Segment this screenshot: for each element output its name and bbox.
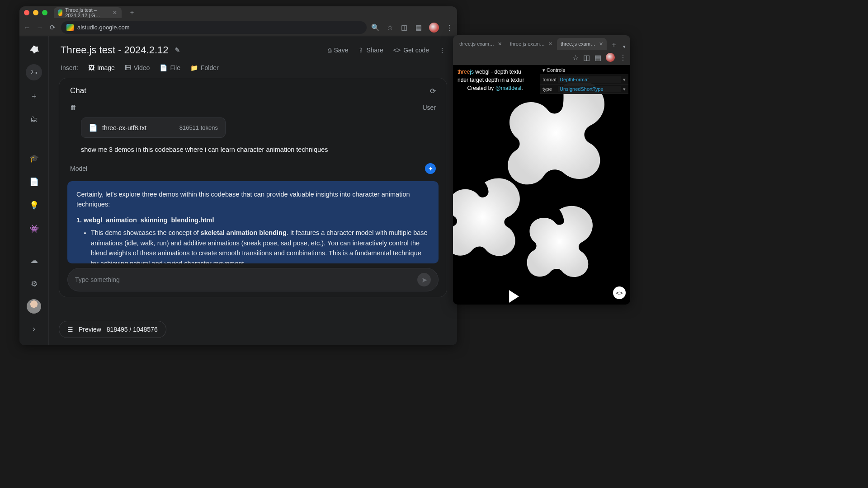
sidebar-collapse-icon[interactable]: › — [26, 321, 42, 337]
traffic-light-zoom[interactable] — [42, 10, 47, 15]
app-sidebar: 🗝 ＋ 🗂 🎓 📄 💡 👾 ☁︎ ⚙︎ › — [19, 36, 48, 345]
controls-header[interactable]: ▾ Controls — [540, 66, 628, 75]
attachment-chip[interactable]: 📄 three-ex-utf8.txt 816511 tokens — [81, 117, 226, 138]
tab-favicon — [58, 9, 62, 16]
save-icon: ⎙ — [328, 47, 331, 54]
tab-1[interactable]: three.js exam…✕ — [456, 38, 505, 50]
reload-icon[interactable]: ⟳ — [48, 23, 57, 32]
browser-tab[interactable]: Three.js test – 2024.2.12 | G… ✕ — [54, 7, 122, 18]
app-logo[interactable] — [28, 44, 40, 57]
delete-message-icon[interactable]: 🗑 — [70, 103, 77, 111]
edit-title-icon[interactable]: ✎ — [175, 46, 180, 54]
send-button[interactable]: ➤ — [417, 273, 431, 286]
dropdown-caret-icon: ▾ — [623, 77, 626, 83]
attachment-file-icon: 📄 — [89, 123, 98, 132]
sidepanel-icon[interactable]: ▤ — [415, 23, 423, 32]
insert-video[interactable]: 🎞Video — [125, 64, 150, 71]
preview-label: Preview — [79, 326, 101, 333]
forward-icon[interactable]: → — [36, 23, 44, 31]
page-header: Three.js test - 2024.2.12 ✎ ⎙Save ⇪Share… — [49, 36, 457, 60]
sidebar-user-avatar[interactable] — [27, 299, 41, 314]
dat-gui-panel[interactable]: ▾ Controls format DepthFormat ▾ type Uns… — [540, 66, 628, 94]
header-more-icon[interactable]: ⋮ — [439, 47, 445, 54]
tab-3-active[interactable]: three.js exam…✕ — [557, 38, 607, 50]
new-tab-button[interactable]: ＋ — [129, 9, 135, 17]
tab-close-icon[interactable]: ✕ — [498, 41, 502, 47]
sidebar-cloud-icon[interactable]: ☁︎ — [26, 252, 42, 268]
insert-toolbar: Insert: 🖼Image 🎞Video 📄File 📁Folder — [49, 60, 457, 78]
file-icon: 📄 — [160, 64, 167, 71]
user-row: 🗑 User — [67, 103, 439, 111]
get-code-button[interactable]: <>Get code — [393, 47, 429, 54]
chat-refresh-icon[interactable]: ⟳ — [430, 87, 436, 95]
sidebar-learn-icon[interactable]: 🎓 — [26, 150, 42, 166]
insert-folder[interactable]: 📁Folder — [190, 64, 219, 71]
threejs-viewport[interactable]: threejs webgl - depth textu nder target … — [453, 65, 630, 305]
tab-2[interactable]: three.js exam…✕ — [506, 38, 556, 50]
control-format[interactable]: format DepthFormat ▾ — [540, 75, 628, 84]
video-icon: 🎞 — [125, 64, 131, 71]
zoom-icon[interactable]: 🔍 — [371, 23, 379, 32]
response-intro: Certainly, let's explore three demos wit… — [76, 189, 429, 210]
url-text: aistudio.google.com — [77, 24, 130, 31]
profile-avatar[interactable] — [429, 23, 439, 33]
preview-lines-icon: ☰ — [67, 326, 73, 333]
tab-close-icon[interactable]: ✕ — [113, 9, 117, 16]
insert-file[interactable]: 📄File — [160, 64, 180, 71]
tab-strip: three.js exam…✕ three.js exam…✕ three.js… — [453, 35, 630, 50]
main-column: Three.js test - 2024.2.12 ✎ ⎙Save ⇪Share… — [48, 36, 457, 345]
bookmark-icon[interactable]: ☆ — [572, 53, 579, 62]
browser-menu-icon[interactable]: ⋮ — [619, 53, 627, 62]
tab-close-icon[interactable]: ✕ — [548, 41, 552, 47]
example-caption: threejs webgl - depth textu nder target … — [458, 68, 524, 93]
toolbar-right: 🔍 ☆ ◫ ▤ ⋮ — [371, 23, 453, 33]
bookmark-icon[interactable]: ☆ — [386, 23, 394, 32]
model-response: Certainly, let's explore three demos wit… — [67, 181, 439, 263]
user-label: User — [422, 104, 436, 111]
insert-label: Insert: — [61, 64, 78, 71]
sidebar-docs-icon[interactable]: 📄 — [26, 174, 42, 190]
extensions-icon[interactable]: ◫ — [583, 53, 590, 62]
sidebar-ideas-icon[interactable]: 💡 — [26, 197, 42, 213]
model-spark-icon[interactable]: ✦ — [425, 163, 436, 174]
mac-titlebar: Three.js test – 2024.2.12 | G… ✕ ＋ — [19, 6, 457, 19]
tab-list-button[interactable]: ▾ — [621, 44, 627, 50]
attachment-name: three-ex-utf8.txt — [102, 124, 146, 131]
depth-blobs — [453, 65, 630, 305]
back-icon[interactable]: ← — [23, 23, 31, 31]
chat-card: Chat ⟳ 🗑 User 📄 three-ex-utf8.txt 816511… — [59, 78, 447, 297]
share-button[interactable]: ⇪Share — [358, 47, 383, 54]
mini-toolbar: ☆ ◫ ▤ ⋮ — [453, 50, 630, 65]
folder-icon: 📁 — [190, 64, 198, 71]
main-browser-window: Three.js test – 2024.2.12 | G… ✕ ＋ ← → ⟳… — [19, 6, 457, 345]
share-icon: ⇪ — [358, 47, 363, 54]
sidebar-discord-icon[interactable]: 👾 — [26, 221, 42, 237]
sidebar-settings-icon[interactable]: ⚙︎ — [26, 276, 42, 292]
image-icon: 🖼 — [88, 64, 94, 71]
url-field[interactable]: aistudio.google.com — [61, 21, 367, 34]
traffic-light-minimize[interactable] — [33, 10, 38, 15]
preview-pill[interactable]: ☰ Preview 818495 / 1048576 — [59, 321, 166, 338]
sidebar-library-icon[interactable]: 🗂 — [26, 111, 42, 127]
sidebar-key-icon[interactable]: 🗝 — [26, 64, 42, 80]
sidebar-new-icon[interactable]: ＋ — [26, 88, 42, 104]
preview-counts: 818495 / 1048576 — [107, 326, 158, 333]
secondary-browser-window: three.js exam…✕ three.js exam…✕ three.js… — [453, 35, 630, 305]
profile-avatar[interactable] — [606, 53, 615, 62]
chat-title: Chat — [70, 86, 86, 95]
view-source-button[interactable]: <> — [613, 286, 626, 299]
control-type[interactable]: type UnsignedShortType ▾ — [540, 84, 628, 94]
sidepanel-icon[interactable]: ▤ — [594, 53, 601, 62]
insert-image[interactable]: 🖼Image — [88, 64, 115, 71]
tab-close-icon[interactable]: ✕ — [599, 41, 603, 47]
traffic-light-close[interactable] — [24, 10, 29, 15]
response-item1-head: 1. webgl_animation_skinning_blending.htm… — [76, 215, 429, 225]
save-button[interactable]: ⎙Save — [328, 47, 349, 54]
new-tab-button[interactable]: ＋ — [608, 40, 620, 50]
browser-menu-icon[interactable]: ⋮ — [445, 23, 453, 32]
tab-title: Three.js test – 2024.2.12 | G… — [65, 7, 110, 18]
extensions-icon[interactable]: ◫ — [400, 23, 408, 32]
chat-input[interactable]: Type something ➤ — [67, 268, 439, 291]
dropdown-caret-icon: ▾ — [623, 86, 626, 92]
header-actions: ⎙Save ⇪Share <>Get code ⋮ — [328, 47, 445, 54]
